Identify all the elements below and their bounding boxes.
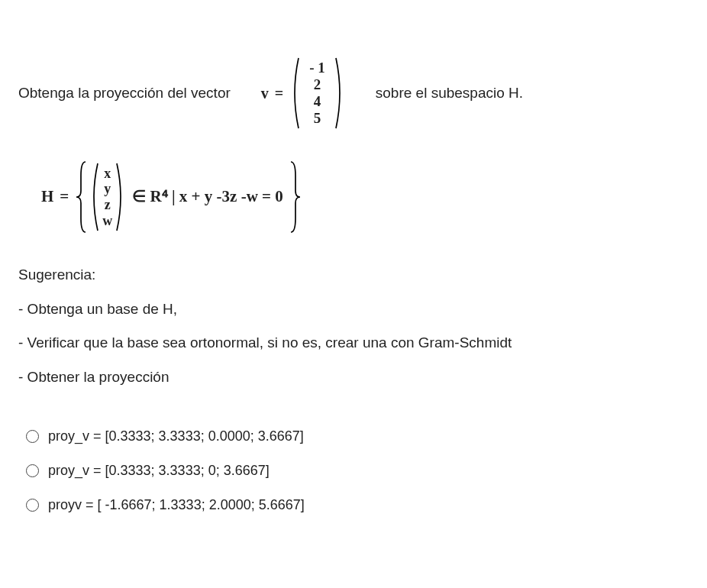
radio-icon[interactable] — [26, 499, 39, 512]
membership-text: ∈ R⁴ | x + y -3z -w = 0 — [132, 185, 282, 209]
radio-icon[interactable] — [26, 430, 39, 443]
option-1[interactable]: proy_v = [0.3333; 3.3333; 0; 3.6667] — [26, 460, 689, 481]
v-value-1: 2 — [314, 76, 321, 93]
question-suffix: sobre el subespacio H. — [376, 82, 523, 105]
option-label: proyv = [ -1.6667; 1.3333; 2.0000; 5.666… — [48, 495, 305, 515]
H-sym-y: y — [104, 181, 111, 197]
option-0[interactable]: proy_v = [0.3333; 3.3333; 0.0000; 3.6667… — [26, 426, 689, 447]
hint-item-1: - Verificar que la base sea ortonormal, … — [18, 332, 689, 354]
option-label: proy_v = [0.3333; 3.3333; 0; 3.6667] — [48, 460, 270, 481]
equals-sign: = — [275, 82, 283, 105]
left-paren — [289, 57, 300, 130]
right-paren — [334, 57, 345, 130]
H-sym-z: z — [105, 197, 111, 213]
left-brace — [75, 160, 89, 234]
subspace-definition: H = x y z w ∈ R⁴ | x + y -3z -w = 0 — [41, 160, 689, 234]
v-label: v — [261, 82, 269, 105]
radio-icon[interactable] — [26, 464, 39, 477]
v-value-0: - 1 — [309, 60, 325, 76]
v-value-2: 4 — [314, 93, 321, 110]
hints-block: Sugerencia: - Obtenga un base de H, - Ve… — [18, 264, 689, 388]
H-sym-x: x — [104, 166, 111, 182]
H-vector-symbols: x y z w — [99, 164, 115, 231]
vector-v-values: - 1 2 4 5 — [306, 58, 328, 128]
hint-item-0: - Obtenga un base de H, — [18, 299, 689, 321]
hint-item-2: - Obtener la proyección — [18, 367, 689, 389]
hints-title: Sugerencia: — [18, 264, 689, 286]
option-label: proy_v = [0.3333; 3.3333; 0.0000; 3.6667… — [48, 426, 304, 447]
question-line: Obtenga la proyección del vector v = - 1… — [18, 57, 689, 130]
answer-options: proy_v = [0.3333; 3.3333; 0.0000; 3.6667… — [26, 426, 689, 515]
v-value-3: 5 — [314, 110, 321, 127]
vector-v-expression: v = - 1 2 4 5 — [261, 57, 345, 130]
H-left-paren — [89, 162, 99, 232]
option-2[interactable]: proyv = [ -1.6667; 1.3333; 2.0000; 5.666… — [26, 495, 689, 515]
right-brace — [288, 160, 302, 234]
H-equals: = — [60, 185, 69, 209]
H-label: H — [41, 185, 53, 209]
H-sym-w: w — [102, 213, 112, 229]
question-prefix: Obtenga la proyección del vector — [18, 82, 231, 105]
H-right-paren — [115, 162, 126, 232]
